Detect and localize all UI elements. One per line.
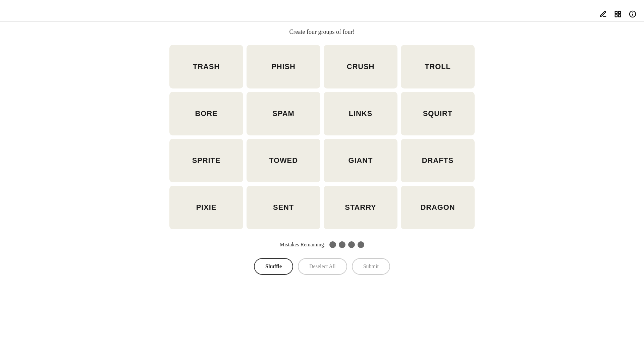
actions-row: Shuffle Deselect All Submit	[254, 258, 390, 275]
tile-label: TRASH	[193, 62, 220, 71]
word-tile[interactable]: BORE	[169, 92, 243, 135]
shuffle-button[interactable]: Shuffle	[254, 258, 293, 275]
word-tile[interactable]: SENT	[247, 186, 320, 229]
top-bar-icons	[598, 9, 637, 19]
word-tile[interactable]: SPAM	[247, 92, 320, 135]
tile-label: TOWED	[269, 156, 298, 165]
tile-label: PHISH	[271, 62, 296, 71]
deselect-button[interactable]: Deselect All	[298, 258, 347, 275]
mistakes-label: Mistakes Remaining:	[280, 242, 325, 248]
mistake-dot	[348, 241, 355, 248]
mistake-dot	[339, 241, 345, 248]
game-subtitle: Create four groups of four!	[289, 28, 355, 36]
tile-label: LINKS	[349, 109, 372, 118]
tile-label: GIANT	[348, 156, 373, 165]
word-tile[interactable]: TOWED	[247, 139, 320, 182]
grid-icon[interactable]	[613, 9, 623, 19]
mistake-dot	[358, 241, 364, 248]
word-tile[interactable]: STARRY	[324, 186, 397, 229]
word-tile[interactable]: CRUSH	[324, 45, 397, 88]
word-grid: TRASHPHISHCRUSHTROLLBORESPAMLINKSSQUIRTS…	[169, 45, 475, 229]
svg-rect-0	[615, 11, 617, 13]
word-tile[interactable]: SQUIRT	[401, 92, 475, 135]
svg-rect-2	[615, 15, 617, 17]
mistakes-dots	[329, 241, 364, 248]
word-tile[interactable]: TROLL	[401, 45, 475, 88]
mistakes-row: Mistakes Remaining:	[280, 241, 364, 248]
tile-label: SPAM	[272, 109, 294, 118]
word-tile[interactable]: TRASH	[169, 45, 243, 88]
word-tile[interactable]: DRAFTS	[401, 139, 475, 182]
submit-button[interactable]: Submit	[352, 258, 390, 275]
tile-label: BORE	[195, 109, 217, 118]
mistake-dot	[329, 241, 336, 248]
tile-label: PIXIE	[196, 203, 217, 212]
tile-label: DRAGON	[420, 203, 455, 212]
tile-label: TROLL	[425, 62, 451, 71]
tile-label: CRUSH	[347, 62, 375, 71]
tile-label: SPRITE	[192, 156, 221, 165]
tile-label: STARRY	[345, 203, 376, 212]
info-icon[interactable]	[628, 9, 637, 19]
word-tile[interactable]: LINKS	[324, 92, 397, 135]
pencil-icon[interactable]	[598, 9, 608, 19]
word-tile[interactable]: PIXIE	[169, 186, 243, 229]
tile-label: SQUIRT	[423, 109, 452, 118]
word-tile[interactable]: DRAGON	[401, 186, 475, 229]
svg-rect-1	[619, 11, 621, 13]
top-bar	[0, 7, 644, 22]
word-tile[interactable]: SPRITE	[169, 139, 243, 182]
word-tile[interactable]: PHISH	[247, 45, 320, 88]
word-tile[interactable]: GIANT	[324, 139, 397, 182]
svg-rect-3	[619, 15, 621, 17]
tile-label: DRAFTS	[422, 156, 454, 165]
tile-label: SENT	[273, 203, 294, 212]
